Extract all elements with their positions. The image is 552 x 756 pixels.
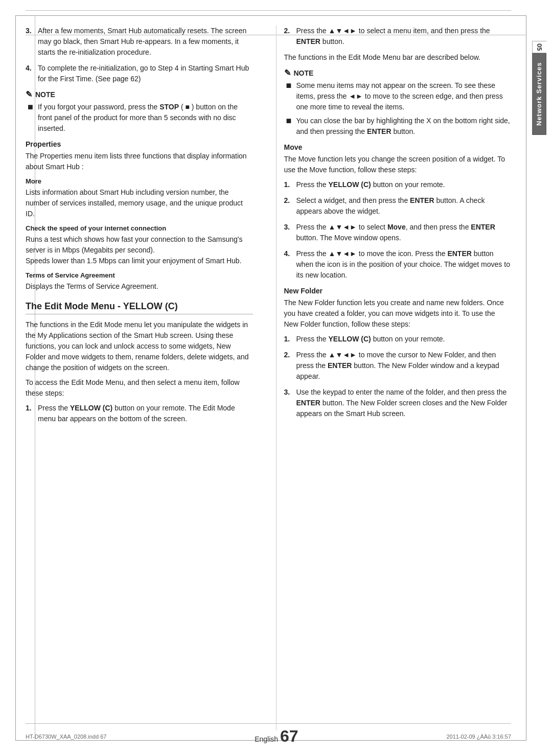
new-folder-step-3-text: Use the keypad to enter the name of the … bbox=[296, 387, 512, 419]
more-text: Lists information about Smart Hub includ… bbox=[26, 187, 253, 219]
new-folder-step-1-number: 1. bbox=[284, 334, 293, 345]
note-item-2b: ■ You can close the bar by highlighting … bbox=[284, 116, 512, 137]
pencil-icon-1: ✎ bbox=[26, 89, 32, 99]
new-folder-step-3-number: 3. bbox=[284, 387, 293, 419]
right-column: 2. Press the ▲▼◄► to select a menu item,… bbox=[276, 26, 512, 730]
note-text-2a: Some menu items may not appear on the sc… bbox=[296, 80, 512, 112]
move-step-1-text: Press the YELLOW (C) button on your remo… bbox=[296, 179, 445, 190]
move-heading: Move bbox=[284, 143, 512, 151]
edit-step-1-text: Press the YELLOW (C) button on your remo… bbox=[38, 403, 253, 424]
note-label-1: ✎ NOTE bbox=[26, 89, 253, 99]
step-3: 3. After a few moments, Smart Hub automa… bbox=[26, 26, 253, 58]
step-3-number: 3. bbox=[26, 26, 35, 58]
edit-mode-access: To access the Edit Mode Menu, and then s… bbox=[26, 377, 253, 399]
step-4-text: To complete the re-initialization, go to… bbox=[38, 63, 253, 84]
step-3-text: After a few moments, Smart Hub automatic… bbox=[38, 26, 253, 58]
new-folder-step-3: 3. Use the keypad to enter the name of t… bbox=[284, 387, 512, 419]
properties-heading: Properties bbox=[26, 140, 253, 148]
move-step-2-text: Select a widget, and then press the ENTE… bbox=[296, 195, 512, 217]
check-speed-text: Runs a test which shows how fast your co… bbox=[26, 234, 253, 266]
note-box-2: ✎ NOTE ■ Some menu items may not appear … bbox=[284, 68, 512, 137]
step-4-number: 4. bbox=[26, 63, 35, 84]
main-content: 3. After a few moments, Smart Hub automa… bbox=[26, 26, 511, 730]
move-step-4-text: Press the ▲▼◄► to move the icon. Press t… bbox=[296, 248, 512, 281]
right-step-2-number: 2. bbox=[284, 26, 293, 47]
note-heading-2: NOTE bbox=[294, 69, 314, 77]
edit-step-1: 1. Press the YELLOW (C) button on your r… bbox=[26, 403, 253, 424]
footer-page-number: 67 bbox=[280, 727, 298, 746]
note-item-1: ■ If you forgot your password, press the… bbox=[26, 102, 253, 134]
move-step-1: 1. Press the YELLOW (C) button on your r… bbox=[284, 179, 512, 190]
new-folder-intro: The New Folder function lets you create … bbox=[284, 297, 512, 330]
properties-intro: The Properties menu item lists three fun… bbox=[26, 151, 253, 172]
pencil-icon-2: ✎ bbox=[284, 68, 291, 78]
more-heading: More bbox=[26, 177, 253, 185]
new-folder-step-1-text: Press the YELLOW (C) button on your remo… bbox=[296, 334, 445, 345]
move-step-4-number: 4. bbox=[284, 248, 293, 281]
move-step-2-number: 2. bbox=[284, 195, 293, 217]
move-step-2: 2. Select a widget, and then press the E… bbox=[284, 195, 512, 217]
footer-page: English 67 bbox=[255, 727, 298, 746]
right-step-2-text: Press the ▲▼◄► to select a menu item, an… bbox=[296, 26, 512, 47]
note-heading-1: NOTE bbox=[35, 90, 55, 99]
note-item-2a: ■ Some menu items may not appear on the … bbox=[284, 80, 512, 112]
edit-step-1-number: 1. bbox=[26, 403, 35, 424]
move-intro: The Move function lets you change the sc… bbox=[284, 154, 512, 175]
move-step-4: 4. Press the ▲▼◄► to move the icon. Pres… bbox=[284, 248, 512, 281]
note-label-2: ✎ NOTE bbox=[284, 68, 512, 78]
note-text-2b: You can close the bar by highlighting th… bbox=[296, 116, 512, 137]
note-bullet-2a: ■ bbox=[286, 80, 292, 112]
new-folder-heading: New Folder bbox=[284, 287, 512, 295]
check-speed-heading: Check the speed of your internet connect… bbox=[26, 224, 253, 232]
new-folder-step-2-number: 2. bbox=[284, 350, 293, 382]
new-folder-step-2: 2. Press the ▲▼◄► to move the cursor to … bbox=[284, 350, 512, 382]
move-step-3-text: Press the ▲▼◄► to select Move, and then … bbox=[296, 222, 512, 243]
edit-mode-intro: The functions in the Edit Mode menu let … bbox=[26, 319, 253, 373]
footer-right: 2011-02-09 ¿ÀÀû 3:16:57 bbox=[446, 734, 511, 740]
edit-mode-bar-text: The functions in the Edit Mode Menu bar … bbox=[284, 52, 512, 63]
top-bar bbox=[26, 10, 511, 11]
step-4: 4. To complete the re-initialization, go… bbox=[26, 63, 253, 84]
note-bullet-1: ■ bbox=[28, 102, 34, 134]
left-column: 3. After a few moments, Smart Hub automa… bbox=[26, 26, 261, 730]
side-tab-number: 05 bbox=[532, 41, 546, 53]
new-folder-step-2-text: Press the ▲▼◄► to move the cursor to New… bbox=[296, 350, 512, 382]
move-step-3: 3. Press the ▲▼◄► to select Move, and th… bbox=[284, 222, 512, 243]
move-step-3-number: 3. bbox=[284, 222, 293, 243]
note-text-1: If you forgot your password, press the S… bbox=[38, 102, 253, 134]
terms-heading: Terms of Service Agreement bbox=[26, 271, 253, 279]
move-step-1-number: 1. bbox=[284, 179, 293, 190]
side-tab-label: Network Services bbox=[532, 53, 546, 135]
footer-bar: HT-D6730W_XAA_0208.indd 67 English 67 20… bbox=[26, 723, 511, 746]
right-step-2: 2. Press the ▲▼◄► to select a menu item,… bbox=[284, 26, 512, 47]
footer-left: HT-D6730W_XAA_0208.indd 67 bbox=[26, 734, 106, 740]
note-box-1: ✎ NOTE ■ If you forgot your password, pr… bbox=[26, 89, 253, 134]
side-tab: 05 Network Services bbox=[526, 41, 552, 135]
new-folder-step-1: 1. Press the YELLOW (C) button on your r… bbox=[284, 334, 512, 345]
footer-english: English bbox=[255, 735, 278, 743]
edit-mode-heading: The Edit Mode Menu - YELLOW (C) bbox=[26, 301, 253, 314]
note-bullet-2b: ■ bbox=[286, 116, 292, 137]
terms-text: Displays the Terms of Service Agreement. bbox=[26, 281, 253, 292]
